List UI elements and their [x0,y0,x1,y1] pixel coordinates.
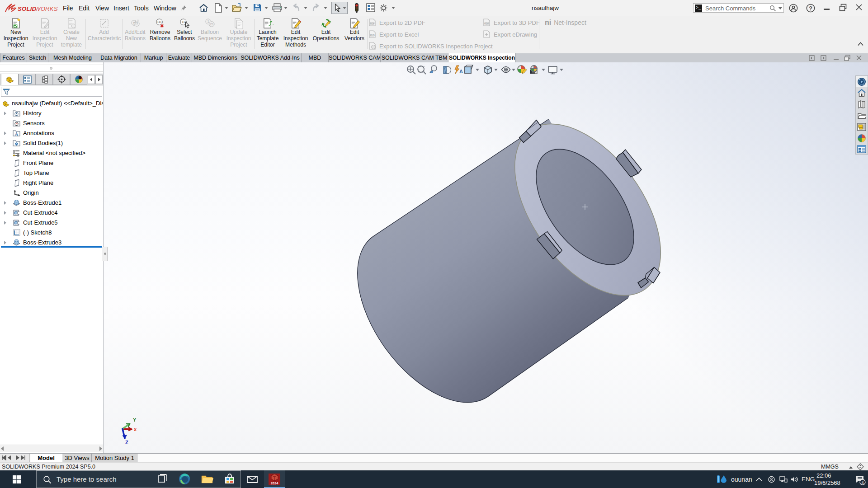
svg-text:11: 11 [182,20,185,23]
svg-text:Y: Y [133,417,137,422]
svg-text:123: 123 [132,22,137,25]
svg-text:WORKS: WORKS [35,5,58,12]
svg-text:1: 1 [207,20,209,23]
svg-text:111: 111 [157,20,161,23]
svg-text:XLS: XLS [370,34,375,37]
svg-text:A: A [459,69,463,74]
svg-text:x: x [134,427,137,432]
svg-text:23: 23 [210,23,213,26]
svg-text:PDF: PDF [370,22,375,25]
svg-text:4: 4 [861,480,863,485]
svg-text:?: ? [809,5,812,12]
svg-text:SOLID: SOLID [18,5,37,12]
svg-text:PDF: PDF [484,22,490,25]
svg-text:A: A [15,132,18,136]
svg-text:2024: 2024 [271,481,279,485]
svg-text:Z: Z [125,440,128,445]
